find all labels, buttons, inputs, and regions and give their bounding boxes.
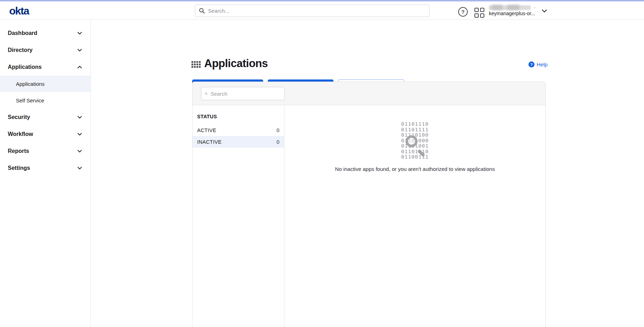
okta-logo[interactable]: okta — [9, 5, 29, 17]
sidebar-subitem-label: Self Service — [16, 97, 44, 103]
chevron-down-icon — [77, 150, 82, 153]
global-search-input[interactable] — [208, 8, 426, 14]
help-link-label: Help — [537, 61, 548, 67]
sidebar-item-workflow[interactable]: Workflow — [0, 126, 90, 143]
sidebar-item-label: Security — [8, 114, 30, 120]
panel-toolbar — [193, 82, 545, 105]
binary-line: 01101110 — [401, 149, 429, 155]
filter-row-active[interactable]: ACTIVE 0 — [193, 124, 284, 136]
grid-square-icon — [474, 8, 479, 12]
sidebar-subitem-self-service[interactable]: Self Service — [0, 92, 90, 109]
sidebar-item-label: Applications — [8, 64, 42, 70]
filter-row-inactive[interactable]: INACTIVE 0 — [193, 136, 284, 148]
sidebar-item-security[interactable]: Security — [0, 109, 90, 126]
sidebar-subitem-label: Applications — [16, 81, 45, 87]
page-title-row: Applications — [191, 57, 268, 70]
grid-square-icon — [480, 13, 484, 18]
chevron-down-icon — [77, 116, 82, 119]
question-mark-icon: ? — [458, 7, 468, 17]
sidebar-item-label: Reports — [8, 148, 29, 154]
search-icon — [199, 8, 205, 14]
chevron-up-icon — [77, 66, 82, 69]
filter-count: 0 — [277, 127, 279, 133]
sidebar-item-settings[interactable]: Settings — [0, 160, 90, 177]
sidebar-item-label: Dashboard — [8, 30, 37, 36]
account-org-name: keymanagerplus-or... — [489, 11, 538, 16]
sidebar-item-directory[interactable]: Directory — [0, 42, 90, 59]
status-filter-header: STATUS — [193, 114, 284, 124]
help-button[interactable]: ? — [458, 7, 468, 17]
help-question-icon: ? — [528, 61, 534, 67]
app-switcher-button[interactable] — [474, 8, 484, 18]
chevron-down-icon — [77, 49, 82, 52]
chevron-down-icon — [77, 32, 82, 35]
filter-label: INACTIVE — [197, 139, 221, 145]
apps-search-input[interactable] — [211, 91, 281, 97]
main-content: Applications ? Help Create App Integrati… — [91, 20, 644, 327]
chevron-down-icon[interactable] — [542, 9, 547, 13]
empty-state: 01101110 01101111 01110100 01101000 0110… — [284, 105, 545, 327]
apps-search[interactable] — [201, 87, 285, 100]
binary-art: 01101110 01101111 01110100 01101000 0110… — [401, 121, 429, 160]
grid-square-icon — [480, 8, 484, 12]
sidebar-item-applications[interactable]: Applications — [0, 59, 90, 76]
global-search[interactable] — [195, 5, 430, 17]
sidebar-item-label: Directory — [8, 47, 33, 53]
search-icon — [205, 91, 208, 96]
sidebar-nav: Dashboard Directory Applications Applica… — [0, 20, 91, 327]
redacted-user-name: · — [489, 5, 538, 10]
top-header-bar: okta ? · keymanagerplus-or... — [0, 1, 644, 20]
chevron-down-icon — [77, 167, 82, 170]
sidebar-item-dashboard[interactable]: Dashboard — [0, 25, 90, 42]
chevron-down-icon — [77, 133, 82, 136]
panel-body: STATUS ACTIVE 0 INACTIVE 0 01101110 0110… — [193, 105, 545, 327]
sidebar-item-label: Settings — [8, 165, 30, 171]
filter-label: ACTIVE — [197, 127, 216, 133]
applications-grid-icon — [191, 61, 201, 68]
binary-line: 01101110 — [401, 121, 429, 127]
magnifier-icon — [406, 135, 418, 147]
sidebar-subitem-applications[interactable]: Applications — [0, 76, 90, 92]
page-help-link[interactable]: ? Help — [528, 61, 548, 67]
status-filter-column: STATUS ACTIVE 0 INACTIVE 0 — [193, 105, 284, 327]
page-title: Applications — [204, 57, 268, 70]
blur-blob — [507, 5, 519, 10]
empty-state-message: No inactive apps found, or you aren't au… — [335, 166, 495, 172]
grid-square-icon — [474, 13, 479, 18]
sidebar-item-label: Workflow — [8, 131, 33, 137]
filter-count: 0 — [277, 139, 279, 145]
blur-blob — [492, 5, 502, 10]
account-menu[interactable]: · keymanagerplus-or... — [489, 5, 538, 16]
binary-line: 01101111 — [401, 127, 429, 133]
redaction-dot: · — [534, 4, 536, 10]
sidebar-item-reports[interactable]: Reports — [0, 143, 90, 160]
applications-panel: STATUS ACTIVE 0 INACTIVE 0 01101110 0110… — [192, 82, 546, 327]
